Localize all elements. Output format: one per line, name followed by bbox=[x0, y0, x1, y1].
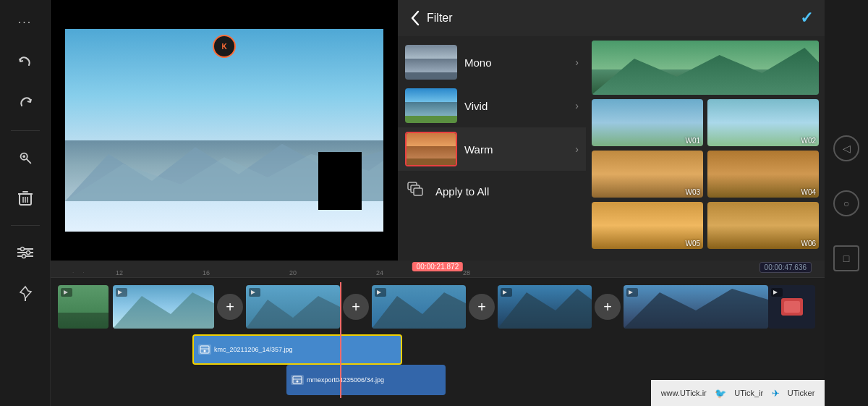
ruler-mark-16: 16 bbox=[203, 269, 210, 276]
sidebar-separator-2 bbox=[11, 225, 40, 226]
top-area: K bbox=[51, 0, 825, 261]
ruler-mark-20: 20 bbox=[289, 269, 297, 276]
add-clip-btn-1[interactable]: + bbox=[217, 294, 243, 320]
warm-thumbnail bbox=[405, 132, 457, 166]
left-sidebar: ··· bbox=[0, 0, 51, 406]
filter-body: Mono › Vivid › bbox=[398, 36, 825, 261]
video-clip-2[interactable] bbox=[246, 285, 340, 329]
sub-clip-1-label: kmc_20211206_14/357.jpg bbox=[214, 346, 293, 353]
back-nav-icon[interactable]: ◁ bbox=[833, 135, 859, 161]
mono-label: Mono bbox=[464, 56, 568, 69]
filter-thumbnails-panel: W01 W02 W03 bbox=[586, 36, 825, 261]
svg-point-53 bbox=[204, 350, 206, 352]
main-track-row: + + bbox=[58, 282, 825, 331]
redo-icon[interactable] bbox=[12, 90, 39, 117]
video-clip-3[interactable] bbox=[372, 285, 466, 329]
adjust-icon[interactable] bbox=[12, 239, 39, 266]
pin-icon[interactable] bbox=[12, 279, 39, 307]
svg-point-2 bbox=[22, 155, 25, 158]
svg-rect-20 bbox=[414, 188, 422, 195]
undo-icon[interactable] bbox=[12, 49, 39, 77]
filter-list: Mono › Vivid › bbox=[398, 36, 586, 261]
svg-marker-27 bbox=[113, 292, 214, 329]
filter-top-thumb[interactable] bbox=[592, 41, 819, 95]
menu-icon[interactable]: ··· bbox=[12, 9, 39, 36]
video-clip-5[interactable] bbox=[624, 285, 768, 329]
ruler-mark-12: 12 bbox=[116, 269, 123, 276]
apply-all-label: Apply to All bbox=[435, 185, 489, 198]
watermark-bar: www.UTick.ir 🐦 UTick_ir ✈ UTicker bbox=[651, 380, 825, 406]
filter-header: Filter ✓ bbox=[398, 0, 825, 36]
filter-title: Filter bbox=[427, 12, 453, 25]
w01-label: W01 bbox=[685, 137, 700, 145]
filter-grid: W01 W02 W03 bbox=[592, 99, 819, 249]
svg-point-12 bbox=[20, 248, 24, 251]
key-icon[interactable] bbox=[12, 144, 39, 172]
filter-confirm-button[interactable]: ✓ bbox=[800, 9, 813, 28]
svg-rect-26 bbox=[58, 313, 109, 329]
filter-item-mono[interactable]: Mono › bbox=[398, 41, 586, 84]
sub-clip-1-icon bbox=[198, 344, 211, 355]
video-clip-1[interactable] bbox=[113, 285, 214, 329]
filter-item-warm[interactable]: Warm › bbox=[398, 127, 586, 171]
filter-back-button[interactable]: Filter bbox=[409, 10, 453, 26]
watermark-telegram: UTicker bbox=[788, 389, 814, 397]
vivid-thumbnail bbox=[405, 88, 457, 123]
svg-point-14 bbox=[22, 255, 25, 258]
timeline-area: ·· 12 16 20 24 28 00:00:21.872 00:00:47.… bbox=[51, 261, 825, 406]
playhead-time: 00:00:21.872 bbox=[412, 262, 463, 271]
clip-thumb-left bbox=[58, 285, 109, 329]
filter-panel: Filter ✓ bbox=[398, 0, 825, 261]
sub-clip-2-label: mmexport04235006/34.jpg bbox=[307, 376, 384, 384]
filter-grid-w01[interactable]: W01 bbox=[592, 99, 703, 146]
watermark-twitter: UTick_ir bbox=[734, 389, 763, 397]
right-nav: ◁ ○ □ bbox=[825, 0, 868, 406]
preview-black-bar bbox=[318, 152, 362, 210]
mono-thumbnail bbox=[405, 45, 457, 80]
sub-clip-1[interactable]: kmc_20211206_14/357.jpg bbox=[192, 334, 402, 365]
add-clip-btn-4[interactable]: + bbox=[595, 294, 621, 320]
home-nav-icon[interactable]: ○ bbox=[833, 190, 859, 216]
video-clip-6[interactable] bbox=[768, 285, 815, 329]
video-clip-4[interactable] bbox=[498, 285, 592, 329]
sub-clip-2-icon bbox=[291, 375, 304, 385]
watermark-telegram-icon: ✈ bbox=[772, 388, 780, 399]
w05-label: W05 bbox=[685, 240, 700, 248]
filter-grid-w02[interactable]: W02 bbox=[707, 99, 819, 146]
filter-grid-w06[interactable]: W06 bbox=[707, 202, 819, 249]
preview-video-frame: K bbox=[65, 29, 383, 232]
main-content: K bbox=[51, 0, 825, 406]
watermark-twitter-icon: 🐦 bbox=[715, 388, 726, 399]
ruler-mark-24: 24 bbox=[376, 269, 383, 276]
w04-label: W04 bbox=[801, 188, 816, 196]
filter-grid-w05[interactable]: W05 bbox=[592, 202, 703, 249]
filter-grid-w04[interactable]: W04 bbox=[707, 151, 819, 198]
filter-item-vivid[interactable]: Vivid › bbox=[398, 84, 586, 127]
sub-clip-2[interactable]: mmexport04235006/34.jpg bbox=[286, 365, 446, 395]
w03-label: W03 bbox=[685, 188, 700, 196]
svg-line-1 bbox=[26, 159, 30, 164]
add-clip-btn-2[interactable]: + bbox=[343, 294, 369, 320]
sidebar-separator bbox=[11, 130, 40, 131]
timeline-ruler: ·· 12 16 20 24 28 00:00:21.872 00:00:47.… bbox=[51, 261, 825, 278]
warm-arrow-icon: › bbox=[575, 143, 579, 155]
w06-label: W06 bbox=[801, 240, 816, 248]
warm-label: Warm bbox=[464, 143, 568, 156]
add-clip-btn-3[interactable]: + bbox=[469, 294, 495, 320]
app-logo: K bbox=[213, 35, 236, 58]
total-time: 00:00:47.636 bbox=[760, 262, 812, 273]
apply-all-icon bbox=[405, 179, 428, 203]
ruler-mark-28: 28 bbox=[463, 269, 470, 276]
svg-rect-48 bbox=[784, 301, 800, 313]
svg-point-13 bbox=[26, 251, 30, 255]
filter-grid-w03[interactable]: W03 bbox=[592, 151, 703, 198]
w02-label: W02 bbox=[801, 137, 816, 145]
mono-thumb-art bbox=[405, 45, 457, 80]
apply-all-button[interactable]: Apply to All bbox=[398, 174, 586, 208]
warm-thumb-art bbox=[407, 133, 456, 165]
mono-arrow-icon: › bbox=[575, 56, 579, 68]
vivid-label: Vivid bbox=[464, 100, 568, 112]
watermark-website: www.UTick.ir bbox=[661, 389, 707, 397]
delete-icon[interactable] bbox=[12, 185, 39, 212]
recent-nav-icon[interactable]: □ bbox=[833, 245, 859, 271]
